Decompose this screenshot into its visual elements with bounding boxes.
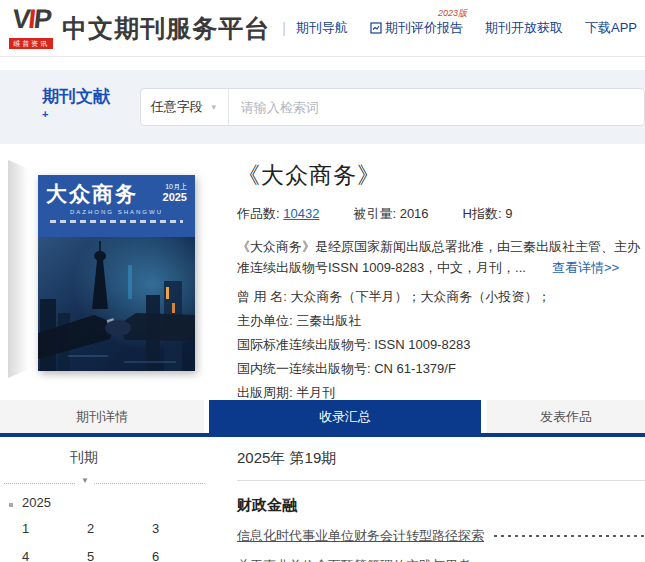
toc-issue-title: 2025年 第19期 bbox=[237, 449, 645, 468]
tab-content: 刊期 ▼ 2025 1 2 3 4 5 6 2025年 第19期 财政金融 信息… bbox=[0, 437, 645, 562]
journal-stats: 作品数: 10432 被引量: 2016 H指数: 9 bbox=[237, 205, 645, 223]
toc-article-row: 信息化时代事业单位财务会计转型路径探索 bbox=[237, 527, 645, 545]
cover-header: 大众商务 10月上 2025 DAZHONG SHANGWU bbox=[38, 175, 195, 237]
platform-title: 中文期刊服务平台 bbox=[62, 12, 270, 45]
issue-5[interactable]: 5 bbox=[87, 549, 152, 562]
nav-evaluation-report[interactable]: 期刊评价报告 2023版 bbox=[370, 19, 463, 37]
cover-pinyin: DAZHONG SHANGWU bbox=[46, 209, 187, 215]
cover-issue-year: 2025 bbox=[163, 193, 187, 202]
triangle-down-icon[interactable]: ▼ bbox=[76, 476, 94, 485]
report-icon bbox=[370, 22, 382, 34]
issue-number-grid: 1 2 3 4 5 6 bbox=[22, 521, 217, 562]
cover-photo bbox=[38, 237, 195, 371]
toc-divider bbox=[237, 480, 645, 481]
toc-category: 财政金融 bbox=[237, 496, 645, 515]
plus-sup-icon: + bbox=[42, 108, 48, 120]
journal-title: 《大众商务》 bbox=[237, 160, 645, 191]
issue-timeline-panel: 刊期 ▼ 2025 1 2 3 4 5 6 bbox=[0, 437, 237, 562]
journal-description: 《大众商务》是经原国家新闻出版总署批准，由三秦出版社主管、主办，陕西大众商务杂 … bbox=[237, 236, 645, 278]
year-2025[interactable]: 2025 bbox=[22, 495, 51, 510]
field-sponsor: 主办单位: 三秦出版社 bbox=[237, 312, 645, 330]
stat-h-index: H指数: 9 bbox=[463, 205, 513, 223]
journal-cover[interactable]: 大众商务 10月上 2025 DAZHONG SHANGWU bbox=[8, 160, 195, 378]
journal-fields: 曾 用 名: 大众商务（下半月）；大众商务（小投资）； 主办单位: 三秦出版社 … bbox=[237, 288, 645, 402]
cover-title: 大众商务 bbox=[46, 182, 138, 206]
issue-2[interactable]: 2 bbox=[87, 521, 152, 549]
dotted-leader bbox=[492, 529, 645, 543]
works-count-link[interactable]: 10432 bbox=[283, 206, 319, 221]
issue-4[interactable]: 4 bbox=[22, 549, 87, 562]
search-field-select[interactable]: 任意字段 ▼ bbox=[141, 89, 229, 125]
issue-1[interactable]: 1 bbox=[22, 521, 87, 549]
search-input[interactable] bbox=[229, 100, 644, 115]
view-details-link[interactable]: 查看详情>> bbox=[552, 260, 619, 275]
cover-fine-print bbox=[50, 220, 183, 223]
nav-download-app[interactable]: 下载APP bbox=[585, 19, 637, 37]
search-box: 任意字段 ▼ bbox=[140, 88, 645, 126]
header-divider: | bbox=[282, 20, 286, 36]
nav-journal-navigation[interactable]: 期刊导航 bbox=[296, 19, 348, 37]
stat-citations: 被引量: 2016 bbox=[353, 205, 428, 223]
stat-works: 作品数: 10432 bbox=[237, 205, 319, 223]
tab-inclusion-summary[interactable]: 收录汇总 bbox=[209, 400, 481, 433]
journal-section: 大众商务 10月上 2025 DAZHONG SHANGWU bbox=[0, 144, 645, 400]
tab-journal-details[interactable]: 期刊详情 bbox=[0, 400, 204, 433]
tab-bar: 期刊详情 收录汇总 发表作品 bbox=[0, 400, 645, 437]
chevron-down-icon: ▼ bbox=[210, 103, 218, 112]
issue-6[interactable]: 6 bbox=[152, 549, 217, 562]
year-bullet-icon bbox=[9, 503, 13, 507]
vip-logo-text: VIP bbox=[7, 6, 56, 32]
cover-issue-month: 10月上 bbox=[163, 182, 187, 191]
tab-published-works[interactable]: 发表作品 bbox=[487, 400, 645, 433]
field-cn: 国内统一连续出版物号: CN 61-1379/F bbox=[237, 360, 645, 378]
top-header: VIP 维普资讯 中文期刊服务平台 | 期刊导航 期刊评价报告 2023版 期刊… bbox=[0, 0, 645, 57]
article-link-1[interactable]: 信息化时代事业单位财务会计转型路径探索 bbox=[237, 527, 484, 545]
description-line-1: 《大众商务》是经原国家新闻出版总署批准，由三秦出版社主管、主办，陕西大众商务杂 bbox=[237, 236, 645, 257]
cover-front: 大众商务 10月上 2025 DAZHONG SHANGWU bbox=[38, 175, 195, 371]
field-issn: 国际标准连续出版物号: ISSN 1009-8283 bbox=[237, 336, 645, 354]
search-scope-label[interactable]: 期刊文献+ bbox=[42, 85, 116, 130]
toc-panel: 2025年 第19期 财政金融 信息化时代事业单位财务会计转型路径探索 关于事业… bbox=[237, 437, 645, 562]
journal-detail: 《大众商务》 作品数: 10432 被引量: 2016 H指数: 9 《大众商务… bbox=[195, 160, 645, 400]
header-nav: 期刊导航 期刊评价报告 2023版 期刊开放获取 下载APP bbox=[296, 19, 637, 37]
article-link-2[interactable]: 关于事业单位全面预算管理的实践与思考 bbox=[237, 557, 471, 562]
search-band: 期刊文献+ 任意字段 ▼ bbox=[0, 70, 645, 144]
field-former-name: 曾 用 名: 大众商务（下半月）；大众商务（小投资）； bbox=[237, 288, 645, 306]
search-field-value: 任意字段 bbox=[151, 98, 203, 116]
issue-3[interactable]: 3 bbox=[152, 521, 217, 549]
vip-logo[interactable]: VIP 维普资讯 bbox=[8, 6, 54, 50]
issue-timeline-title: 刊期 bbox=[70, 449, 98, 467]
vip-logo-subtext: 维普资讯 bbox=[9, 38, 53, 49]
nav-open-access[interactable]: 期刊开放获取 bbox=[485, 19, 563, 37]
toc-article-row: 关于事业单位全面预算管理的实践与思考 bbox=[237, 557, 645, 562]
nav-evaluation-report-label: 期刊评价报告 bbox=[385, 19, 463, 37]
timeline-dotted-line bbox=[4, 483, 205, 484]
version-badge: 2023版 bbox=[438, 7, 467, 20]
description-line-2: 准连续出版物号ISSN 1009-8283，中文，月刊，...查看详情>> bbox=[237, 257, 645, 278]
